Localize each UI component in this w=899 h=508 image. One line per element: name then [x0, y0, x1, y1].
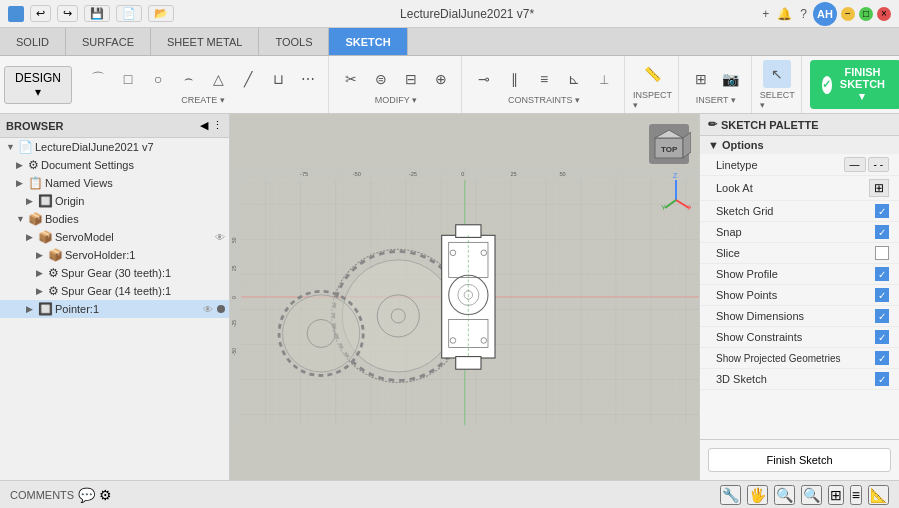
- svg-text:25: 25: [232, 265, 237, 271]
- palette-row-show-points: Show Points: [700, 285, 899, 306]
- redo-button[interactable]: ↪: [57, 5, 78, 22]
- tool-coincident[interactable]: ⊸: [470, 65, 498, 93]
- show-dimensions-checkbox[interactable]: [875, 309, 889, 323]
- linetype-dash-btn[interactable]: - -: [868, 157, 889, 172]
- design-button[interactable]: DESIGN ▾: [4, 66, 72, 104]
- view-cube[interactable]: TOP: [647, 122, 691, 166]
- sketch-grid-checkbox[interactable]: [875, 204, 889, 218]
- palette-options-title[interactable]: ▼ Options: [700, 136, 899, 154]
- tree-item-named-views[interactable]: ▶ 📋 Named Views: [0, 174, 229, 192]
- tab-tools[interactable]: TOOLS: [259, 28, 329, 55]
- orbit-btn[interactable]: 🔧: [720, 485, 741, 505]
- show-projected-checkbox[interactable]: [875, 351, 889, 365]
- minimize-button[interactable]: −: [841, 7, 855, 21]
- grid-btn[interactable]: ≡: [850, 485, 862, 505]
- tool-measure[interactable]: 📏: [638, 60, 666, 88]
- tree-item-origin[interactable]: ▶ 🔲 Origin: [0, 192, 229, 210]
- tree-item-servo-holder[interactable]: ▶ 📦 ServoHolder:1: [0, 246, 229, 264]
- show-points-checkbox[interactable]: [875, 288, 889, 302]
- servo-model-label: ServoModel: [55, 231, 213, 243]
- tool-select[interactable]: ↖: [763, 60, 791, 88]
- tree-item-pointer[interactable]: ▶ 🔲 Pointer:1 👁: [0, 300, 229, 318]
- open-button[interactable]: 📂: [148, 5, 174, 22]
- main-area: BROWSER ◀ ⋮ ▼ 📄 LectureDialJune2021 v7 ▶…: [0, 114, 899, 480]
- svg-text:-50: -50: [232, 348, 237, 355]
- maximize-button[interactable]: □: [859, 7, 873, 21]
- zoom-btn[interactable]: 🔍: [774, 485, 795, 505]
- slice-checkbox[interactable]: [875, 246, 889, 260]
- tool-spline[interactable]: ╱: [234, 65, 262, 93]
- servo-model-eye[interactable]: 👁: [215, 232, 225, 243]
- tree-item-bodies[interactable]: ▼ 📦 Bodies: [0, 210, 229, 228]
- linetype-solid-btn[interactable]: —: [844, 157, 866, 172]
- tool-slot[interactable]: ⊔: [264, 65, 292, 93]
- save-button[interactable]: 💾: [84, 5, 110, 22]
- tree-item-spur-14[interactable]: ▶ ⚙ Spur Gear (14 teeth):1: [0, 282, 229, 300]
- palette-row-linetype: Linetype — - -: [700, 154, 899, 176]
- servo-holder-label: ServoHolder:1: [65, 249, 225, 261]
- tab-sketch[interactable]: SKETCH: [329, 28, 407, 55]
- tool-line[interactable]: ⌒: [84, 65, 112, 93]
- tool-offset[interactable]: ⊜: [367, 65, 395, 93]
- comments-settings-btn[interactable]: ⚙: [99, 487, 112, 503]
- inspect-tools-row: 📏: [638, 60, 666, 88]
- tree-item-servo-model[interactable]: ▶ 📦 ServoModel 👁: [0, 228, 229, 246]
- tool-mirror[interactable]: ⊟: [397, 65, 425, 93]
- finish-sketch-toolbar-button[interactable]: ✓ FINISH SKETCH ▾: [810, 60, 899, 109]
- canvas-area[interactable]: -75 -50 -25 0 25 50 50 25 0 -25 -50: [230, 114, 699, 480]
- browser-expand-btn[interactable]: ◀: [200, 119, 208, 132]
- palette-row-show-constraints: Show Constraints: [700, 327, 899, 348]
- tool-circle[interactable]: ○: [144, 65, 172, 93]
- tool-arc[interactable]: ⌢: [174, 65, 202, 93]
- tool-insert-img[interactable]: ⊞: [687, 65, 715, 93]
- add-nav-btn[interactable]: +: [760, 5, 771, 23]
- show-projected-label: Show Projected Geometries: [716, 353, 841, 364]
- tool-trim[interactable]: ✂: [337, 65, 365, 93]
- show-constraints-checkbox[interactable]: [875, 330, 889, 344]
- tool-tangent[interactable]: ⊾: [560, 65, 588, 93]
- tab-solid[interactable]: SOLID: [0, 28, 66, 55]
- tab-surface[interactable]: SURFACE: [66, 28, 151, 55]
- tool-point[interactable]: ⋯: [294, 65, 322, 93]
- tool-insert-dxf[interactable]: 📷: [717, 65, 745, 93]
- zoom-fit-btn[interactable]: 🔍: [801, 485, 822, 505]
- tab-sheet-metal[interactable]: SHEET METAL: [151, 28, 259, 55]
- tool-rect[interactable]: □: [114, 65, 142, 93]
- profile-button[interactable]: AH: [813, 2, 837, 26]
- pointer-dot: [217, 305, 225, 313]
- tool-equal[interactable]: ≡: [530, 65, 558, 93]
- tree-item-doc-settings[interactable]: ▶ ⚙ Document Settings: [0, 156, 229, 174]
- show-profile-checkbox[interactable]: [875, 267, 889, 281]
- tool-perpendicular[interactable]: ⟂: [590, 65, 618, 93]
- display-btn[interactable]: ⊞: [828, 485, 844, 505]
- pointer-arrow: ▶: [26, 304, 36, 314]
- doc-settings-label: Document Settings: [41, 159, 225, 171]
- snap-checkbox[interactable]: [875, 225, 889, 239]
- finish-sketch-palette-button[interactable]: Finish Sketch: [708, 448, 891, 472]
- tree-item-spur-30[interactable]: ▶ ⚙ Spur Gear (30 teeth):1: [0, 264, 229, 282]
- palette-row-slice: Slice: [700, 243, 899, 264]
- pointer-eye[interactable]: 👁: [203, 304, 213, 315]
- close-button[interactable]: ×: [877, 7, 891, 21]
- palette-row-sketch-grid: Sketch Grid: [700, 201, 899, 222]
- tool-polygon[interactable]: △: [204, 65, 232, 93]
- notification-btn[interactable]: 🔔: [775, 5, 794, 23]
- toolbar-group-select: ↖ SELECT ▾: [754, 56, 802, 113]
- new-button[interactable]: 📄: [116, 5, 142, 22]
- svg-text:-25: -25: [232, 320, 237, 327]
- tree-item-root[interactable]: ▼ 📄 LectureDialJune2021 v7: [0, 138, 229, 156]
- tool-collinear[interactable]: ∥: [500, 65, 528, 93]
- svg-text:0: 0: [232, 296, 237, 299]
- help-btn[interactable]: ?: [798, 5, 809, 23]
- pan-btn[interactable]: 🖐: [747, 485, 768, 505]
- modify-label: MODIFY ▾: [375, 95, 417, 105]
- undo-button[interactable]: ↩: [30, 5, 51, 22]
- pointer-icon: 🔲: [38, 302, 53, 316]
- tool-pattern[interactable]: ⊕: [427, 65, 455, 93]
- look-at-button[interactable]: ⊞: [869, 179, 889, 197]
- bodies-icon: 📦: [28, 212, 43, 226]
- svg-text:-25: -25: [409, 171, 417, 177]
- measure-btn[interactable]: 📐: [868, 485, 889, 505]
- 3d-sketch-checkbox[interactable]: [875, 372, 889, 386]
- browser-menu-btn[interactable]: ⋮: [212, 119, 223, 132]
